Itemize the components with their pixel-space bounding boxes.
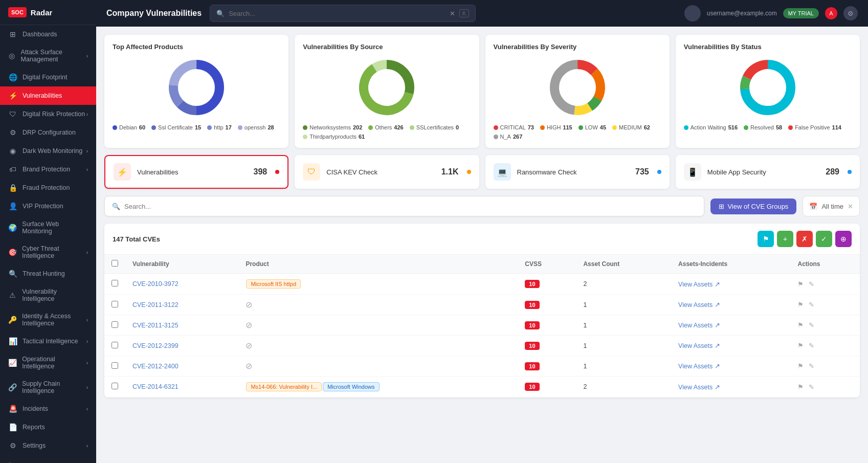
row-checkbox[interactable] xyxy=(112,280,118,286)
sidebar-item-vulnerability-intelligence[interactable]: ⚠ Vulnerability Intelligence xyxy=(0,283,96,307)
table-search-input[interactable] xyxy=(124,203,697,210)
cve-link[interactable]: CVE-2014-6321 xyxy=(132,383,179,390)
legend-item: Networksystems 202 xyxy=(303,124,362,130)
view-assets-link[interactable]: View Assets ↗ xyxy=(678,362,783,370)
close-icon[interactable]: ✕ xyxy=(450,10,455,17)
row-checkbox[interactable] xyxy=(112,301,118,307)
sidebar-item-drp-configuration[interactable]: ⚙ DRP Configuration xyxy=(0,123,96,142)
sidebar-item-vulnerabilities[interactable]: ⚡ Vulnerabilities xyxy=(0,86,96,105)
sidebar-item-supply-chain-intelligence[interactable]: 🔗 Supply Chain Intelligence › xyxy=(0,375,96,400)
sidebar-item-surface-web-monitoring[interactable]: 🌍 Surface Web Monitoring xyxy=(0,215,96,240)
view-cve-groups-button[interactable]: ⊞ View of CVE Groups xyxy=(710,199,796,214)
table-action-btn-0[interactable]: ⚑ xyxy=(758,231,774,247)
legend-item: MEDIUM 62 xyxy=(612,124,650,130)
cve-table-section: 147 Total CVEs ⚑+✗✓⊕ Vulnerability Produ… xyxy=(104,224,860,398)
page-header: Company Vulnerabilities 🔍 ✕ K username@e… xyxy=(96,0,868,27)
edit-action[interactable]: ✎ xyxy=(809,384,814,391)
sidebar-item-label: Incidents xyxy=(23,405,48,412)
chart-donut xyxy=(303,57,471,118)
flag-action[interactable]: ⚑ xyxy=(797,322,804,329)
cve-link[interactable]: CVE-2012-2400 xyxy=(132,363,179,370)
flag-action[interactable]: ⚑ xyxy=(797,384,804,391)
close-date-icon[interactable]: ✕ xyxy=(848,203,853,210)
row-actions: ⚑ ✎ xyxy=(790,336,860,356)
header-search[interactable]: 🔍 ✕ K xyxy=(210,5,476,22)
view-assets-link[interactable]: View Assets ↗ xyxy=(678,383,783,391)
edit-action[interactable]: ✎ xyxy=(809,281,814,288)
flag-action[interactable]: ⚑ xyxy=(797,281,804,288)
row-checkbox[interactable] xyxy=(112,342,118,348)
legend-dot xyxy=(540,125,545,130)
sidebar-item-threat-hunting[interactable]: 🔍 Threat Hunting xyxy=(0,264,96,283)
stat-card-vulnerabilities[interactable]: ⚡ Vulnerabilities 398 xyxy=(104,155,288,189)
legend-label: Resolved xyxy=(750,124,774,130)
sidebar-item-brand-protection[interactable]: 🏷 Brand Protection › xyxy=(0,160,96,179)
date-filter[interactable]: 📅 All time ✕ xyxy=(803,196,860,216)
sidebar-item-digital-footprint[interactable]: 🌐 Digital Footprint xyxy=(0,68,96,86)
stat-label: CISA KEV Check xyxy=(326,168,435,176)
row-checkbox[interactable] xyxy=(112,362,118,369)
table-row: CVE-2012-2400 ⊘ 10 1 View Assets ↗ ⚑ ✎ xyxy=(104,356,860,377)
settings-icon[interactable]: ⚙ xyxy=(843,6,858,20)
sidebar-item-tactical-intelligence[interactable]: 📊 Tactical Intelligence › xyxy=(0,332,96,350)
stat-card-ransomware-check[interactable]: 💻 Ransomware Check 735 xyxy=(485,155,670,189)
cve-link[interactable]: CVE-2011-3125 xyxy=(132,322,179,329)
legend-label: SSLcertificates xyxy=(416,124,454,130)
cve-link[interactable]: CVE-2012-2399 xyxy=(132,342,179,349)
trial-button[interactable]: MY TRIAL xyxy=(783,8,819,18)
view-assets-link[interactable]: View Assets ↗ xyxy=(678,301,783,308)
legend-value: 62 xyxy=(644,124,650,130)
row-checkbox[interactable] xyxy=(112,383,118,389)
search-input[interactable] xyxy=(229,10,446,17)
stat-card-mobile-app-security[interactable]: 📱 Mobile App Security 289 xyxy=(676,155,860,189)
sidebar-item-icon: 🌐 xyxy=(8,73,17,81)
edit-action[interactable]: ✎ xyxy=(809,301,814,308)
view-assets-link[interactable]: View Assets ↗ xyxy=(678,280,783,288)
sidebar-item-digital-risk-protection[interactable]: 🛡 Digital Risk Protection › xyxy=(0,105,96,123)
flag-action[interactable]: ⚑ xyxy=(797,342,804,349)
sidebar-item-incidents[interactable]: 🚨 Incidents › xyxy=(0,400,96,418)
table-action-btn-3[interactable]: ✓ xyxy=(816,231,832,247)
sidebar-item-icon: ⚙ xyxy=(8,128,17,137)
sidebar-collapse[interactable]: « xyxy=(0,455,96,463)
sidebar-item-cyber-threat-intelligence[interactable]: 🎯 Cyber Threat Intelligence › xyxy=(0,240,96,264)
stat-card-cisa-kev-check[interactable]: 🛡 CISA KEV Check 1.1K xyxy=(295,155,479,189)
sidebar-item-left: 📄 Reports xyxy=(8,423,45,431)
table-action-btn-4[interactable]: ⊕ xyxy=(835,231,852,247)
cve-link[interactable]: CVE-2010-3972 xyxy=(132,280,179,288)
notification-badge[interactable]: A xyxy=(825,7,837,19)
sidebar-item-reports[interactable]: 📄 Reports xyxy=(0,418,96,436)
sidebar-item-attack-surface-management[interactable]: ◎ Attack Surface Management › xyxy=(0,43,96,68)
edit-action[interactable]: ✎ xyxy=(809,363,814,370)
sidebar-item-dark-web-monitoring[interactable]: ◉ Dark Web Monitoring › xyxy=(0,142,96,160)
sidebar-item-icon: 📈 xyxy=(8,359,17,367)
cvss-badge: 10 xyxy=(525,280,539,288)
sidebar-item-dashboards[interactable]: ⊞ Dashboards xyxy=(0,25,96,43)
table-search[interactable]: 🔍 xyxy=(104,196,704,216)
search-icon-small: 🔍 xyxy=(112,203,120,210)
sidebar-item-left: 🚨 Incidents xyxy=(8,405,48,413)
cve-link[interactable]: CVE-2011-3122 xyxy=(132,301,179,308)
row-checkbox[interactable] xyxy=(112,321,118,328)
legend-label: N_A xyxy=(500,134,511,140)
sidebar-item-settings[interactable]: ⚙ Settings › xyxy=(0,436,96,455)
edit-action[interactable]: ✎ xyxy=(809,342,814,349)
legend-value: 15 xyxy=(195,124,201,130)
sidebar-item-operational-intelligence[interactable]: 📈 Operational Intelligence › xyxy=(0,350,96,375)
sidebar-item-identity-&-access-intelligence[interactable]: 🔑 Identity & Access Intelligence › xyxy=(0,307,96,332)
table-action-btn-1[interactable]: + xyxy=(777,231,793,247)
sidebar-item-vip-protection[interactable]: 👤 VIP Protection xyxy=(0,197,96,215)
view-assets-link[interactable]: View Assets ↗ xyxy=(678,321,783,329)
legend-value: 0 xyxy=(456,124,459,130)
legend-item: CRITICAL 73 xyxy=(494,124,534,130)
legend-item: N_A 267 xyxy=(494,134,523,140)
table-action-btn-2[interactable]: ✗ xyxy=(796,231,813,247)
select-all-checkbox[interactable] xyxy=(112,260,118,267)
sidebar-item-left: ⚙ DRP Configuration xyxy=(8,128,76,137)
view-assets-link[interactable]: View Assets ↗ xyxy=(678,342,783,349)
sidebar-item-fraud-protection[interactable]: 🔒 Fraud Protection xyxy=(0,179,96,197)
flag-action[interactable]: ⚑ xyxy=(797,301,804,308)
edit-action[interactable]: ✎ xyxy=(809,322,814,329)
chart-title: Vulnerabilities By Source xyxy=(303,43,471,51)
flag-action[interactable]: ⚑ xyxy=(797,363,804,370)
